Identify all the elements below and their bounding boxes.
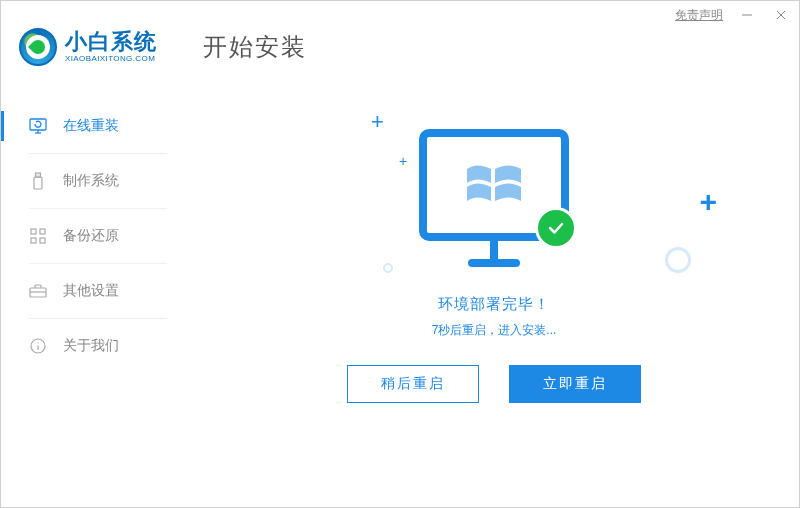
monitor-refresh-icon <box>29 117 47 135</box>
check-badge-icon <box>535 207 577 249</box>
sidebar-item-label: 关于我们 <box>63 337 119 355</box>
sidebar-item-label: 制作系统 <box>63 172 119 190</box>
restart-later-button[interactable]: 稍后重启 <box>347 365 479 403</box>
sidebar-item-label: 其他设置 <box>63 282 119 300</box>
sidebar-item-settings[interactable]: 其他设置 <box>1 264 189 318</box>
status-illustration <box>419 129 569 267</box>
svg-rect-11 <box>40 229 45 234</box>
app-logo: 小白系统 XIAOBAIXITONG.COM <box>19 28 157 66</box>
plus-decor-icon: + <box>371 109 384 135</box>
info-icon <box>29 337 47 355</box>
svg-rect-7 <box>36 173 41 177</box>
svg-rect-12 <box>31 238 36 243</box>
page-title: 开始安装 <box>203 31 307 63</box>
toolbox-icon <box>29 282 47 300</box>
button-row: 稍后重启 立即重启 <box>347 365 641 403</box>
app-window: 免责声明 小白系统 XIAOBAIXITONG.COM 开始安装 在线 <box>0 0 800 508</box>
circle-decor-icon <box>383 263 393 273</box>
main-content: + + + 环 <box>189 73 799 507</box>
circle-decor-icon <box>665 247 691 273</box>
brand-name: 小白系统 <box>65 31 157 53</box>
plus-decor-icon: + <box>699 185 717 219</box>
body: 在线重装 制作系统 备份还原 其他设置 <box>1 73 799 507</box>
usb-icon <box>29 172 47 190</box>
svg-rect-13 <box>40 238 45 243</box>
sidebar-item-label: 在线重装 <box>63 117 119 135</box>
sidebar-item-backup[interactable]: 备份还原 <box>1 209 189 263</box>
sidebar-item-label: 备份还原 <box>63 227 119 245</box>
plus-decor-icon: + <box>399 153 407 169</box>
monitor-icon <box>419 129 569 241</box>
sidebar-item-about[interactable]: 关于我们 <box>1 319 189 373</box>
header: 小白系统 XIAOBAIXITONG.COM 开始安装 <box>1 21 799 73</box>
sidebar: 在线重装 制作系统 备份还原 其他设置 <box>1 73 189 507</box>
svg-rect-6 <box>34 177 42 189</box>
grid-icon <box>29 227 47 245</box>
status-message: 环境部署完毕！ <box>438 295 550 314</box>
windows-flag-icon <box>463 159 525 211</box>
sidebar-item-make-system[interactable]: 制作系统 <box>1 154 189 208</box>
logo-icon <box>19 28 57 66</box>
brand-subtitle: XIAOBAIXITONG.COM <box>65 55 157 63</box>
sidebar-item-reinstall[interactable]: 在线重装 <box>1 99 189 153</box>
svg-rect-10 <box>31 229 36 234</box>
status-countdown: 7秒后重启，进入安装... <box>432 322 557 339</box>
restart-now-button[interactable]: 立即重启 <box>509 365 641 403</box>
